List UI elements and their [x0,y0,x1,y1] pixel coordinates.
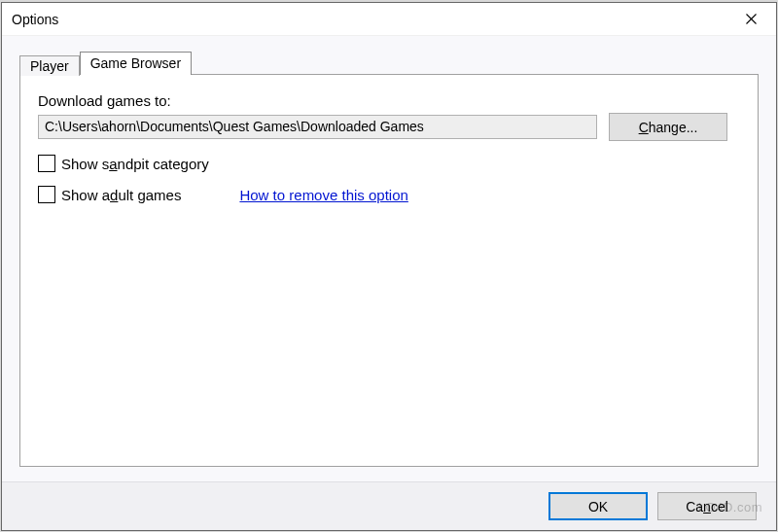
adult-row: Show adult games How to remove this opti… [38,186,742,203]
dialog-title: Options [12,12,58,27]
button-bar: OK Cancel [2,481,776,530]
ok-button[interactable]: OK [548,492,648,520]
dialog-body: Player Game Browser Download games to: C… [2,36,776,481]
download-path-row: C:\Users\ahorn\Documents\Quest Games\Dow… [38,113,742,141]
change-button[interactable]: Change... [609,113,727,141]
tab-strip: Player Game Browser [19,50,762,74]
cancel-button[interactable]: Cancel [657,492,757,520]
tab-game-browser[interactable]: Game Browser [80,52,192,75]
change-button-post: hange... [649,120,698,135]
adult-checkbox-row[interactable]: Show adult games [38,186,181,203]
close-button[interactable] [731,6,770,33]
sandpit-checkbox[interactable] [38,155,55,172]
remove-option-link[interactable]: How to remove this option [239,187,407,203]
adult-checkbox[interactable] [38,186,55,203]
adult-label: Show adult games [61,187,181,203]
title-bar: Options [2,3,776,36]
sandpit-checkbox-row[interactable]: Show sandpit category [38,155,742,172]
change-button-accel: C [639,120,649,135]
download-path-label: Download games to: [38,92,742,109]
download-path-field: C:\Users\ahorn\Documents\Quest Games\Dow… [38,115,597,139]
close-icon [746,14,757,24]
tab-player[interactable]: Player [19,55,80,76]
options-dialog: Options Player Game Browser Download gam… [1,2,777,531]
sandpit-label: Show sandpit category [61,156,209,172]
tab-panel-game-browser: Download games to: C:\Users\ahorn\Docume… [19,74,759,467]
